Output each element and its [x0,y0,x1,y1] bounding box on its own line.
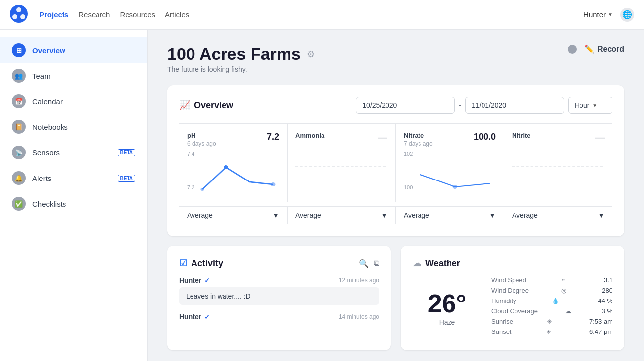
date-controls: - Hour ▼ [356,97,612,114]
humidity-label: Humidity [491,297,516,304]
activity-note-0: Leaves in water.... :D [179,287,379,305]
weather-card: ☁ Weather 26° Haze Wind Speed ≈ 3.1 [401,246,624,350]
activity-title: ☑ Activity [179,258,223,269]
nitrite-value: — [595,132,605,143]
avg-dropdown-nitrate[interactable]: Average ▼ [396,207,504,224]
avg-ph-label: Average [187,211,213,219]
weather-desc: Haze [413,318,482,326]
nitrate-y2: 100 [404,184,413,190]
activity-username-0: Hunter [179,276,201,284]
record-label: Record [597,45,624,54]
status-dot [568,45,577,54]
gear-button[interactable]: ⚙ [307,49,315,60]
avg-nitrite-label: Average [512,211,538,219]
notebooks-icon: 📔 [12,120,26,134]
wind-degree-label: Wind Degree [491,287,529,294]
humidity-value: 44 % [598,297,612,304]
ammonia-label: Ammonia [295,132,324,139]
avg-nitrate-label: Average [404,211,429,219]
nav-resources[interactable]: Resources [120,8,155,21]
avg-dropdown-ph[interactable]: Average ▼ [179,207,288,224]
nitrate-y1: 102 [404,151,413,157]
activity-actions: 🔍 ⧉ [359,259,379,268]
sidebar-item-checklists[interactable]: ✅ Checklists [0,191,147,216]
chart-icon: 📈 [179,100,190,111]
avg-dropdown-ammonia[interactable]: Average ▼ [288,207,396,224]
ph-chart [196,155,279,194]
user-name: Hunter [583,10,606,19]
svg-point-3 [20,14,25,19]
overview-card-header: 📈 Overview - Hour ▼ [179,97,612,114]
wind-degree-icon: ◎ [561,287,566,294]
time-unit-label: Hour [575,101,589,109]
search-button[interactable]: 🔍 [359,259,369,268]
ph-label: pH [187,132,216,139]
sunset-icon: ☀ [546,329,551,335]
svg-point-1 [16,7,21,12]
svg-point-6 [201,188,204,191]
record-button[interactable]: ✏️ Record [584,44,624,54]
metric-nitrate: Nitrate 7 days ago 100.0 102 100 [396,124,504,202]
activity-header: ☑ Activity 🔍 ⧉ [179,258,379,269]
sidebar-item-overview[interactable]: ⊞ Overview [0,37,147,63]
sidebar-item-calendar[interactable]: 📅 Calendar [0,89,147,114]
activity-title-text: Activity [191,258,223,269]
wind-speed-label: Wind Speed [491,276,526,284]
metric-ammonia: Ammonia — [288,124,396,202]
app-layout: ⊞ Overview 👥 Team 📅 Calendar 📔 Notebooks… [0,30,644,361]
sidebar-item-sensors[interactable]: 📡 Sensors BETA [0,140,147,165]
metrics-grid: pH 6 days ago 7.2 7.4 7.2 [179,123,612,202]
activity-user-row-1: Hunter ✓ 14 minutes ago [179,313,379,321]
team-icon: 👥 [12,69,26,83]
date-from-input[interactable] [356,97,455,114]
nav-research[interactable]: Research [78,8,110,21]
humidity-icon: 💧 [552,298,559,304]
nav-projects[interactable]: Projects [39,8,68,21]
time-unit-chevron: ▼ [592,103,597,108]
page-title-row: 100 Acres Farms ⚙ [167,44,315,63]
activity-username-1: Hunter [179,313,201,321]
calendar-icon: 📅 [12,94,26,108]
weather-body: 26° Haze Wind Speed ≈ 3.1 Wind Degree ◎ … [413,276,612,338]
nitrate-chart [415,155,496,194]
sidebar: ⊞ Overview 👥 Team 📅 Calendar 📔 Notebooks… [0,30,148,361]
date-to-input[interactable] [465,97,564,114]
bottom-grid: ☑ Activity 🔍 ⧉ Hunter ✓ 1 [167,246,624,360]
page-header-left: 100 Acres Farms ⚙ The future is looking … [167,44,315,73]
ammonia-chart [295,147,387,186]
weather-details: Wind Speed ≈ 3.1 Wind Degree ◎ 280 Humid… [491,276,612,338]
nitrate-label: Nitrate [404,132,433,139]
cloud-coverage-icon: ☁ [565,308,571,315]
activity-time-0: 12 minutes ago [339,277,379,284]
ph-time: 6 days ago [187,140,216,147]
time-unit-select[interactable]: Hour ▼ [568,97,612,114]
globe-icon[interactable]: 🌐 [620,8,634,22]
sunrise-icon: ☀ [547,318,552,325]
sidebar-item-notebooks[interactable]: 📔 Notebooks [0,114,147,140]
cloud-coverage-value: 3 % [602,307,612,315]
cloud-coverage-label: Cloud Coverage [491,307,538,315]
sidebar-label-calendar: Calendar [32,97,63,106]
nav-links: Projects Research Resources Articles [39,8,572,21]
nitrite-chart [512,147,605,186]
nav-articles[interactable]: Articles [165,8,189,21]
layout-button[interactable]: ⧉ [374,259,379,268]
avg-ammonia-label: Average [295,211,321,219]
svg-point-2 [12,14,17,19]
page-subtitle: The future is looking fishy. [167,65,315,73]
sidebar-item-alerts[interactable]: 🔔 Alerts BETA [0,165,147,191]
logo[interactable] [10,5,28,25]
avg-dropdown-nitrite[interactable]: Average ▼ [504,207,612,224]
overview-icon: ⊞ [12,43,26,57]
avg-nitrite-chevron: ▼ [598,211,605,219]
alerts-icon: 🔔 [12,171,26,185]
avg-grid: Average ▼ Average ▼ Average ▼ Average ▼ [179,206,612,224]
ammonia-value: — [378,132,387,143]
activity-user-0: Hunter ✓ [179,276,210,284]
user-menu[interactable]: Hunter ▼ [583,10,612,19]
activity-card: ☑ Activity 🔍 ⧉ Hunter ✓ 1 [167,246,391,350]
sidebar-item-team[interactable]: 👥 Team [0,63,147,89]
top-nav: Projects Research Resources Articles Hun… [0,0,644,30]
sunrise-label: Sunrise [491,318,513,325]
svg-point-5 [271,182,276,186]
